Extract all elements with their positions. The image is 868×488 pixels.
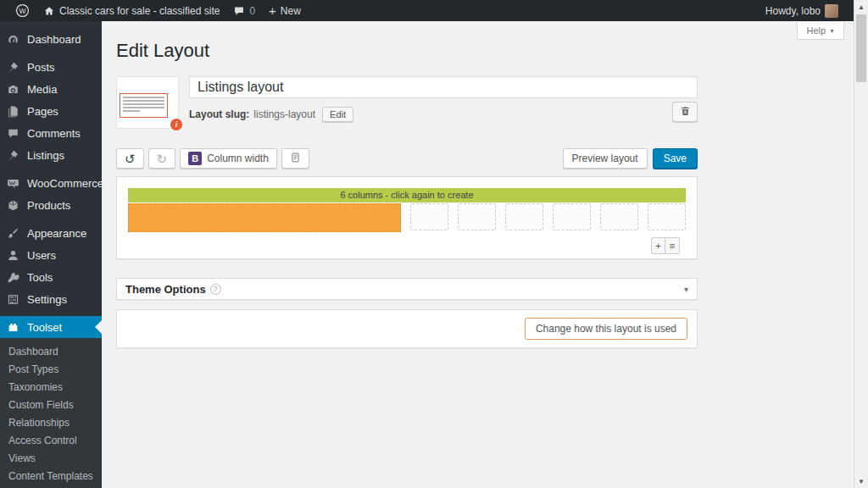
sidebar-item-appearance[interactable]: Appearance — [0, 222, 102, 244]
empty-cell[interactable] — [648, 203, 686, 230]
account-menu[interactable]: Howdy, lobo — [759, 4, 845, 18]
sidebar-item-pages[interactable]: Pages — [0, 100, 102, 122]
sidebar-item-settings[interactable]: Settings — [0, 288, 102, 310]
svg-text:W: W — [19, 7, 25, 15]
info-badge-icon[interactable]: i — [170, 119, 182, 130]
css-editor-button[interactable] — [281, 148, 309, 169]
sidebar-item-comments[interactable]: Comments — [0, 122, 102, 144]
admin-bar: W Classic cars for sale - classified sit… — [0, 0, 854, 21]
selected-cell[interactable] — [128, 203, 401, 232]
preview-layout-button[interactable]: Preview layout — [563, 148, 648, 169]
sidebar-item-label: Tools — [27, 271, 53, 284]
scrollbar-thumb[interactable] — [856, 14, 866, 82]
sidebar-item-label: Settings — [27, 293, 67, 306]
toolset-brick-icon — [7, 321, 19, 334]
help-circle-icon: ? — [210, 284, 221, 295]
submenu-item-content-templates[interactable]: Content Templates — [0, 468, 102, 485]
admin-sidebar: Dashboard Posts Media Pages Comments Lis… — [0, 21, 102, 488]
scroll-up-icon[interactable]: ▲ — [854, 0, 868, 14]
sidebar-item-toolset[interactable]: Toolset — [0, 316, 102, 338]
theme-options-title: Theme Options — [125, 283, 206, 296]
pages-icon — [7, 105, 19, 118]
new-content-menu[interactable]: + New — [262, 0, 308, 21]
theme-options-header[interactable]: Theme Options ? ▾ — [116, 278, 698, 300]
sidebar-item-dashboard[interactable]: Dashboard — [0, 28, 102, 50]
avatar — [825, 4, 838, 18]
wordpress-logo-menu[interactable]: W — [8, 0, 36, 21]
scroll-down-icon[interactable]: ▼ — [854, 474, 868, 488]
thumb-line — [123, 110, 140, 112]
redo-button[interactable]: ↻ — [148, 148, 176, 169]
empty-cell[interactable] — [600, 203, 638, 230]
sidebar-item-label: Toolset — [27, 321, 62, 334]
empty-cell[interactable] — [505, 203, 543, 230]
sidebar-item-listings[interactable]: Listings — [0, 144, 102, 166]
layout-slug-label: Layout slug: — [189, 108, 249, 120]
sidebar-item-label: Products — [27, 199, 70, 212]
sidebar-item-label: Comments — [27, 127, 81, 140]
layout-usage-panel: Change how this layout is used — [116, 309, 698, 348]
layout-title-input[interactable] — [189, 76, 698, 98]
sidebar-item-label: WooCommerce — [27, 177, 103, 190]
brush-icon — [7, 227, 19, 240]
sidebar-item-label: Appearance — [27, 227, 86, 240]
sidebar-item-users[interactable]: Users — [0, 244, 102, 266]
caret-down-icon: ▼ — [829, 28, 835, 34]
site-name-link[interactable]: Classic cars for sale - classified site — [36, 0, 226, 21]
empty-cell[interactable] — [458, 203, 496, 230]
submenu-item-dashboard[interactable]: Dashboard — [0, 343, 102, 361]
comment-bubble-icon — [233, 5, 245, 17]
sidebar-item-label: Posts — [27, 61, 55, 74]
column-creation-hint-bar[interactable]: 6 columns - click again to create — [128, 188, 686, 202]
sidebar-item-media[interactable]: Media — [0, 78, 102, 100]
layout-thumbnail: i — [116, 76, 179, 129]
sidebar-item-posts[interactable]: Posts — [0, 56, 102, 78]
sidebar-item-label: Pages — [27, 105, 58, 118]
layout-slug-value: listings-layout — [253, 108, 315, 120]
sidebar-item-tools[interactable]: Tools — [0, 266, 102, 288]
trash-icon — [680, 105, 691, 119]
thumb-line — [123, 100, 164, 102]
new-label: New — [281, 5, 301, 17]
submenu-item-taxonomies[interactable]: Taxonomies — [0, 379, 102, 396]
plus-icon: + — [269, 4, 276, 17]
add-row-button[interactable]: + — [651, 237, 665, 254]
cube-icon — [7, 199, 19, 212]
empty-cell[interactable] — [410, 203, 448, 230]
sidebar-item-label: Media — [27, 83, 57, 96]
chevron-down-icon[interactable]: ▾ — [684, 285, 688, 294]
home-icon — [43, 5, 55, 17]
sidebar-item-products[interactable]: Products — [0, 194, 102, 216]
submenu-item-custom-fields[interactable]: Custom Fields — [0, 396, 102, 414]
row-menu-button[interactable]: ≡ — [665, 237, 680, 254]
sidebar-item-woocommerce[interactable]: WooCommerce — [0, 172, 102, 194]
undo-button[interactable]: ↺ — [116, 148, 144, 169]
pushpin-icon — [7, 149, 19, 162]
submenu-item-views[interactable]: Views — [0, 450, 102, 468]
change-layout-usage-button[interactable]: Change how this layout is used — [525, 318, 687, 340]
column-width-button[interactable]: B Column width — [180, 148, 277, 169]
wrench-icon — [7, 271, 19, 284]
submenu-item-access-control[interactable]: Access Control — [0, 432, 102, 450]
layout-thumbnail-preview — [120, 93, 168, 118]
comments-count: 0 — [249, 5, 255, 17]
bootstrap-icon: B — [188, 152, 202, 165]
pushpin-icon — [7, 61, 19, 74]
save-button[interactable]: Save — [653, 148, 698, 169]
submenu-item-relationships[interactable]: Relationships — [0, 414, 102, 432]
delete-layout-button[interactable] — [672, 102, 698, 122]
comments-shortcut[interactable]: 0 — [226, 0, 262, 21]
layout-row — [128, 203, 686, 232]
empty-cell[interactable] — [553, 203, 591, 230]
page-scrollbar[interactable]: ▲ ▼ — [854, 0, 868, 488]
edit-slug-button[interactable]: Edit — [322, 107, 353, 122]
help-dropdown-button[interactable]: Help ▼ — [797, 22, 844, 40]
layout-editor-panel: 6 columns - click again to create + ≡ — [116, 176, 698, 259]
submenu-item-post-types[interactable]: Post Types — [0, 361, 102, 379]
thumb-line — [123, 107, 164, 108]
stylesheet-icon — [290, 152, 301, 166]
comment-bubble-icon — [7, 127, 19, 140]
dashboard-icon — [7, 33, 19, 46]
wordpress-admin-screen: W Classic cars for sale - classified sit… — [0, 0, 868, 488]
thumb-line — [123, 103, 164, 105]
